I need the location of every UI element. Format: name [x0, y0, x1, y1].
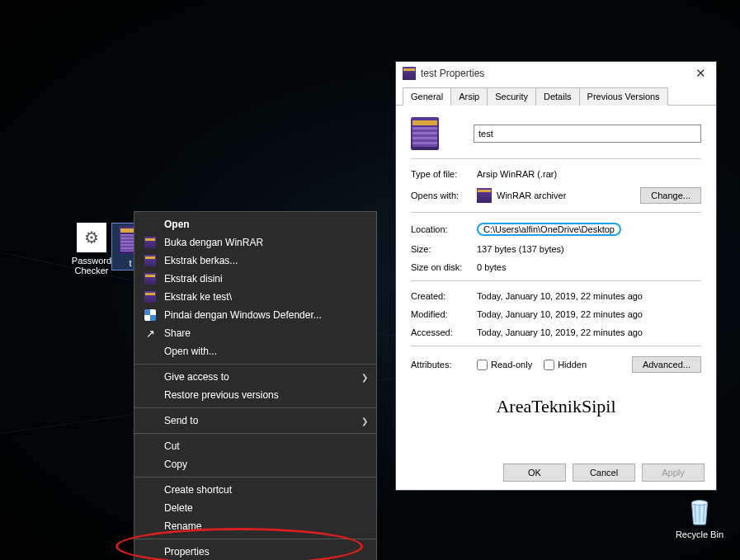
- tab-details[interactable]: Details: [535, 87, 580, 106]
- opens-with-value: WinRAR archiver: [497, 191, 566, 200]
- winrar-icon: [143, 290, 158, 304]
- size-on-disk-label: Size on disk:: [411, 262, 477, 272]
- location-label: Location:: [411, 224, 477, 234]
- filename-input[interactable]: [474, 125, 701, 143]
- dialog-title: test Properties: [421, 68, 484, 79]
- tab-arsip[interactable]: Arsip: [450, 87, 488, 106]
- tab-previous-versions[interactable]: Previous Versions: [579, 87, 668, 106]
- ok-button[interactable]: OK: [503, 464, 566, 482]
- blank-icon: [143, 345, 158, 358]
- blank-icon: [143, 440, 158, 453]
- chevron-right-icon: ❯: [361, 416, 368, 426]
- readonly-checkbox[interactable]: [477, 360, 488, 370]
- size-value: 137 bytes (137 bytes): [477, 244, 701, 254]
- type-of-file-label: Type of file:: [411, 169, 477, 179]
- created-label: Created:: [411, 291, 477, 301]
- desktop-icon-recycle-bin[interactable]: Recycle Bin: [676, 495, 724, 539]
- winrar-icon: [143, 272, 158, 285]
- dialog-button-row: OK Cancel Apply: [503, 464, 705, 482]
- titlebar[interactable]: test Properties ✕: [396, 62, 716, 85]
- menu-rename[interactable]: Rename: [134, 517, 376, 535]
- recycle-bin-icon: [685, 495, 714, 526]
- blank-icon: [143, 483, 158, 496]
- blank-icon: [143, 370, 158, 384]
- blank-icon: [143, 545, 158, 558]
- menu-share[interactable]: ↗ Share: [134, 324, 376, 342]
- size-on-disk-value: 0 bytes: [477, 262, 701, 272]
- menu-create-shortcut[interactable]: Create shortcut: [134, 481, 376, 499]
- hidden-checkbox[interactable]: [544, 360, 554, 370]
- context-menu: Open Buka dengan WinRAR Ekstrak berkas..…: [134, 211, 377, 560]
- svg-point-0: [691, 501, 707, 506]
- type-of-file-value: Arsip WinRAR (.rar): [477, 169, 701, 179]
- menu-buka-dengan-winrar[interactable]: Buka dengan WinRAR: [134, 233, 376, 252]
- watermark-text: AreaTeknikSipil: [411, 396, 701, 417]
- menu-copy[interactable]: Copy: [134, 455, 376, 473]
- winrar-icon: [143, 236, 158, 249]
- blank-icon: [143, 520, 158, 533]
- chevron-right-icon: ❯: [361, 373, 368, 382]
- created-value: Today, January 10, 2019, 22 minutes ago: [477, 291, 701, 301]
- menu-give-access-to[interactable]: Give access to ❯: [134, 368, 376, 386]
- menu-cut[interactable]: Cut: [134, 437, 376, 455]
- menu-ekstrak-disini[interactable]: Ekstrak disini: [134, 270, 376, 288]
- gear-icon: ⚙: [77, 223, 106, 252]
- accessed-label: Accessed:: [411, 327, 477, 337]
- hidden-label: Hidden: [558, 360, 587, 369]
- properties-dialog: test Properties ✕ General Arsip Security…: [395, 61, 717, 491]
- winrar-icon: [143, 254, 158, 267]
- tab-strip: General Arsip Security Details Previous …: [396, 85, 716, 106]
- cancel-button[interactable]: Cancel: [573, 464, 635, 482]
- menu-delete[interactable]: Delete: [134, 499, 376, 517]
- location-value: C:\Users\alfin\OneDrive\Desktop: [477, 223, 621, 236]
- menu-send-to[interactable]: Send to ❯: [134, 412, 376, 430]
- modified-label: Modified:: [411, 309, 477, 319]
- menu-open-with[interactable]: Open with...: [134, 342, 376, 360]
- blank-icon: [143, 458, 158, 471]
- menu-ekstrak-berkas[interactable]: Ekstrak berkas...: [134, 252, 376, 270]
- advanced-button[interactable]: Advanced...: [632, 356, 701, 373]
- modified-value: Today, January 10, 2019, 22 minutes ago: [477, 309, 701, 319]
- menu-restore-versions[interactable]: Restore previous versions: [134, 386, 376, 404]
- tab-security[interactable]: Security: [487, 87, 536, 106]
- share-icon: ↗: [143, 327, 158, 340]
- winrar-icon: [403, 67, 416, 80]
- menu-ekstrak-ke[interactable]: Ekstrak ke test\: [134, 288, 376, 306]
- menu-defender-scan[interactable]: Pindai dengan Windows Defender...: [134, 306, 376, 324]
- menu-open[interactable]: Open: [134, 215, 376, 233]
- attributes-label: Attributes:: [411, 360, 477, 369]
- blank-icon: [143, 501, 158, 515]
- desktop-icon-label: Recycle Bin: [676, 529, 724, 539]
- shield-icon: [143, 308, 158, 322]
- blank-icon: [143, 414, 158, 427]
- rar-archive-icon: [411, 117, 439, 150]
- tab-panel-general: Type of file: Arsip WinRAR (.rar) Opens …: [396, 106, 716, 426]
- tab-general[interactable]: General: [403, 87, 451, 106]
- apply-button[interactable]: Apply: [642, 464, 705, 482]
- readonly-label: Read-only: [491, 360, 532, 369]
- blank-icon: [143, 388, 158, 402]
- opens-with-label: Opens with:: [411, 191, 477, 200]
- change-button[interactable]: Change...: [640, 187, 701, 204]
- blank-icon: [143, 218, 158, 231]
- close-button[interactable]: ✕: [691, 66, 711, 81]
- winrar-icon: [477, 188, 492, 203]
- size-label: Size:: [411, 244, 477, 254]
- accessed-value: Today, January 10, 2019, 22 minutes ago: [477, 327, 701, 337]
- menu-properties[interactable]: Properties: [134, 543, 376, 560]
